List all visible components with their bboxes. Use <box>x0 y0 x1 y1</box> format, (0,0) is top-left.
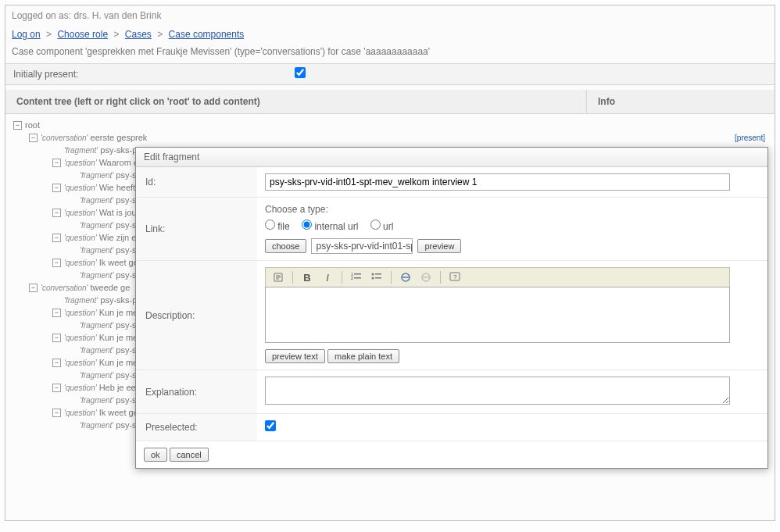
svg-rect-3 <box>354 277 361 279</box>
svg-text:?: ? <box>453 273 457 280</box>
choose-type-label: Choose a type: <box>265 204 760 215</box>
collapse-icon[interactable]: − <box>52 234 61 242</box>
rich-text-toolbar: B I 12 <box>265 267 730 287</box>
initially-present-label: Initially present: <box>5 64 287 84</box>
node-text: eerste gesprek <box>91 133 148 142</box>
choose-button[interactable]: choose <box>265 239 306 253</box>
node-type-label: 'fragment' <box>80 321 113 330</box>
logged-on-status: Logged on as: drs. H. van den Brink <box>5 5 775 26</box>
collapse-icon[interactable]: − <box>13 121 22 130</box>
radio-url[interactable] <box>370 220 381 230</box>
node-type-label: 'fragment' <box>80 421 113 430</box>
node-text: Heb je een <box>99 383 141 392</box>
svg-point-4 <box>372 273 374 276</box>
bullet-list-icon[interactable] <box>369 270 385 284</box>
node-type-label: 'question' <box>64 384 97 392</box>
node-type-label: 'fragment' <box>80 346 113 355</box>
collapse-icon[interactable]: − <box>52 259 61 267</box>
collapse-icon[interactable]: − <box>52 334 61 342</box>
preselected-label: Preselected: <box>136 414 257 441</box>
collapse-icon[interactable]: − <box>52 384 61 392</box>
node-type-label: 'question' <box>64 159 97 167</box>
radio-internal-label[interactable]: internal url <box>302 221 358 232</box>
make-plain-text-button[interactable]: make plain text <box>327 349 399 363</box>
breadcrumb: Log on > Choose role > Cases > Case comp… <box>5 26 775 43</box>
explanation-textarea[interactable] <box>265 377 730 405</box>
initially-present-checkbox[interactable] <box>295 67 306 78</box>
breadcrumb-case-components[interactable]: Case components <box>169 29 245 40</box>
collapse-icon[interactable]: − <box>29 284 38 292</box>
link-label: Link: <box>136 198 257 260</box>
svg-rect-7 <box>375 277 381 279</box>
svg-rect-5 <box>375 273 381 275</box>
node-type-label: 'fragment' <box>64 146 98 155</box>
radio-file[interactable] <box>265 220 275 230</box>
node-type-label: 'fragment' <box>80 196 113 205</box>
node-text: tweede ge <box>91 283 131 292</box>
breadcrumb-cases[interactable]: Cases <box>125 29 152 40</box>
tree-row[interactable]: −'conversation' eerste gesprek[present] <box>9 131 771 144</box>
node-text: psy-sks-pr <box>100 145 140 155</box>
source-icon[interactable] <box>270 270 286 284</box>
node-type-label: 'question' <box>64 359 97 367</box>
radio-url-label[interactable]: url <box>370 221 394 232</box>
node-type-label: 'question' <box>64 184 97 192</box>
collapse-icon[interactable]: − <box>52 184 61 192</box>
collapse-icon[interactable]: − <box>52 409 61 417</box>
preselected-checkbox[interactable] <box>265 420 276 431</box>
node-type-label: 'fragment' <box>80 396 113 405</box>
node-status: [present] <box>735 134 765 142</box>
info-heading: Info <box>587 90 775 113</box>
node-type-label: 'question' <box>64 259 97 267</box>
breadcrumb-choose-role[interactable]: Choose role <box>57 29 108 40</box>
collapse-icon[interactable]: − <box>52 359 61 367</box>
numbered-list-icon[interactable]: 12 <box>349 270 364 284</box>
ok-button[interactable]: ok <box>144 448 167 462</box>
node-type-label: 'fragment' <box>64 296 98 305</box>
help-icon[interactable]: ? <box>447 270 463 284</box>
node-type-label: 'conversation' <box>41 134 88 142</box>
node-type-label: 'question' <box>64 234 97 242</box>
link-icon[interactable] <box>398 270 413 284</box>
node-type-label: 'question' <box>64 334 97 342</box>
tree-header: Content tree (left or right click on 'ro… <box>5 90 775 114</box>
preview-button[interactable]: preview <box>417 239 461 253</box>
node-type-label: 'conversation' <box>41 284 88 292</box>
svg-rect-1 <box>354 273 361 275</box>
id-label: Id: <box>136 167 257 197</box>
explanation-label: Explanation: <box>136 370 257 413</box>
id-input[interactable] <box>265 173 730 191</box>
node-text: root <box>25 120 40 130</box>
italic-icon[interactable]: I <box>320 270 335 284</box>
link-value-display: psy-sks-prv-vid-int01-sp <box>311 238 413 254</box>
collapse-icon[interactable]: − <box>52 309 61 317</box>
description-label: Description: <box>136 261 257 370</box>
description-editor[interactable] <box>265 287 730 343</box>
tree-row[interactable]: −root <box>9 119 771 131</box>
node-type-label: 'fragment' <box>80 221 113 230</box>
node-type-label: 'fragment' <box>80 171 113 180</box>
collapse-icon[interactable]: − <box>29 134 38 142</box>
content-tree-heading: Content tree (left or right click on 'ro… <box>5 90 587 113</box>
radio-internal-url[interactable] <box>302 220 312 230</box>
node-type-label: 'question' <box>64 309 97 317</box>
dialog-title: Edit fragment <box>136 148 767 167</box>
svg-point-6 <box>372 277 374 280</box>
node-type-label: 'question' <box>64 209 97 217</box>
cancel-button[interactable]: cancel <box>170 448 209 462</box>
preview-text-button[interactable]: preview text <box>265 349 325 363</box>
node-type-label: 'fragment' <box>80 371 113 380</box>
page-subtitle: Case component 'gesprekken met Fraukje M… <box>5 43 775 63</box>
collapse-icon[interactable]: − <box>52 159 61 167</box>
svg-text:2: 2 <box>351 276 353 280</box>
edit-fragment-dialog: Edit fragment Id: Link: Choose a type: f… <box>135 147 768 469</box>
radio-file-label[interactable]: file <box>265 221 290 232</box>
initially-present-bar: Initially present: <box>5 63 775 85</box>
unlink-icon[interactable] <box>418 270 434 284</box>
collapse-icon[interactable]: − <box>52 209 61 217</box>
node-type-label: 'fragment' <box>80 271 113 280</box>
bold-icon[interactable]: B <box>299 270 315 284</box>
breadcrumb-logon[interactable]: Log on <box>12 29 41 40</box>
node-type-label: 'question' <box>64 409 97 417</box>
node-type-label: 'fragment' <box>80 246 113 255</box>
